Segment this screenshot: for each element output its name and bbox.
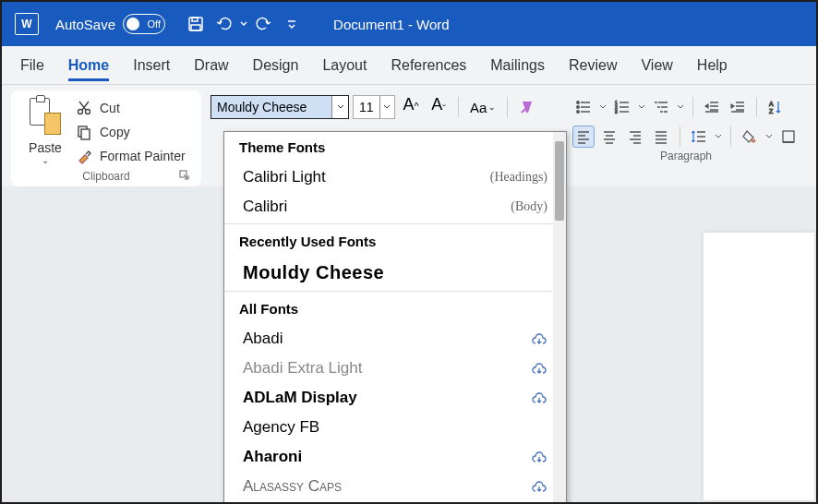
font-option-agency-fb[interactable]: Agency FB [224, 413, 566, 442]
svg-rect-2 [191, 25, 200, 30]
scrollbar-thumb[interactable] [555, 141, 564, 221]
tab-design[interactable]: Design [253, 50, 299, 81]
chevron-down-icon[interactable] [331, 96, 348, 118]
copy-icon [76, 124, 92, 140]
line-spacing-button[interactable] [688, 126, 710, 148]
svg-rect-6 [81, 129, 90, 139]
svg-text:A: A [769, 101, 774, 107]
font-name-combo[interactable]: Mouldy Cheese [211, 95, 349, 119]
chevron-down-icon[interactable] [598, 103, 607, 111]
font-dropdown-panel: Theme Fonts Calibri Light (Headings) Cal… [223, 131, 567, 504]
customize-qat-dropdown[interactable] [278, 10, 306, 38]
change-case-button[interactable]: Aa⌄ [466, 100, 499, 115]
format-painter-button[interactable]: Format Painter [76, 148, 186, 164]
cut-button[interactable]: Cut [76, 100, 186, 116]
autosave-label: AutoSave [55, 17, 115, 32]
ribbon-tabs: File Home Insert Draw Design Layout Refe… [2, 46, 816, 85]
numbering-button[interactable]: 123 [611, 96, 633, 118]
svg-text:3: 3 [615, 109, 618, 114]
tab-mailings[interactable]: Mailings [490, 50, 545, 81]
tab-layout[interactable]: Layout [322, 50, 367, 81]
decrease-font-size-button[interactable]: Aˇ [428, 95, 449, 119]
font-option-mouldy-cheese[interactable]: Mouldy Cheese [224, 257, 566, 289]
font-option-calibri-light[interactable]: Calibri Light (Headings) [224, 162, 566, 192]
save-button[interactable] [182, 10, 210, 38]
document-title: Document1 - Word [333, 17, 450, 32]
undo-button[interactable] [210, 10, 237, 38]
svg-point-4 [86, 110, 90, 114]
clipboard-group: Paste ⌄ Cut Copy Format Painter Clipbo [11, 90, 201, 186]
clipboard-dialog-launcher[interactable] [179, 170, 190, 184]
increase-font-size-button[interactable]: A^ [401, 95, 421, 119]
tab-review[interactable]: Review [569, 50, 617, 81]
chevron-down-icon[interactable] [764, 133, 774, 140]
sort-button[interactable]: AZ [764, 96, 787, 118]
clipboard-group-label: Clipboard [20, 168, 192, 185]
tab-file[interactable]: File [20, 50, 44, 81]
scrollbar-track[interactable] [553, 132, 566, 503]
theme-fonts-header: Theme Fonts [224, 132, 566, 162]
shading-button[interactable] [739, 126, 761, 148]
clear-formatting-button[interactable] [515, 95, 539, 119]
font-option-calibri[interactable]: Calibri (Body) [224, 192, 566, 222]
align-right-button[interactable] [624, 126, 646, 148]
decrease-indent-button[interactable] [701, 96, 723, 118]
title-bar: W AutoSave Off Document1 - Word [2, 2, 816, 46]
tab-help[interactable]: Help [697, 50, 728, 81]
scissors-icon [76, 100, 92, 116]
paragraph-group-label: Paragraph [572, 148, 800, 164]
svg-point-8 [577, 102, 580, 104]
cloud-download-icon [531, 480, 547, 493]
tab-home[interactable]: Home [68, 50, 109, 81]
font-option-abadi-extra-light[interactable]: Abadi Extra Light [224, 354, 566, 383]
chevron-down-icon[interactable] [714, 133, 723, 140]
copy-button[interactable]: Copy [76, 124, 186, 140]
brush-icon [76, 148, 92, 164]
tab-view[interactable]: View [641, 50, 672, 81]
chevron-down-icon[interactable] [676, 103, 685, 111]
cloud-download-icon [531, 391, 547, 404]
svg-point-3 [78, 110, 83, 114]
svg-text:Z: Z [769, 108, 774, 114]
autosave-toggle[interactable]: Off [123, 14, 165, 34]
chevron-down-icon[interactable] [379, 96, 394, 118]
svg-point-9 [577, 106, 580, 109]
tab-references[interactable]: References [391, 50, 466, 81]
paste-button[interactable]: Paste ⌄ [20, 96, 70, 168]
align-left-button[interactable] [572, 126, 595, 148]
cloud-download-icon [531, 362, 547, 375]
increase-indent-button[interactable] [727, 96, 749, 118]
cloud-download-icon [531, 332, 547, 345]
document-page[interactable] [704, 233, 814, 500]
paragraph-group: 123 AZ [565, 90, 807, 186]
svg-point-10 [577, 111, 580, 114]
c

ud-download-icon [531, 450, 547, 463]
justify-button[interactable] [650, 126, 672, 148]
font-size-combo[interactable]: 11 [353, 95, 395, 119]
align-center-button[interactable] [598, 126, 620, 148]
bullets-button[interactable] [572, 96, 595, 118]
font-option-adlam-display[interactable]: ADLaM Display [224, 383, 566, 413]
svg-rect-16 [783, 131, 794, 142]
paste-icon [30, 98, 61, 135]
font-option-abadi[interactable]: Abadi [224, 324, 566, 354]
font-option-alasassy-caps[interactable]: Alasassy Caps [224, 472, 566, 501]
recent-fonts-header: Recently Used Fonts [224, 226, 566, 257]
font-option-aharoni[interactable]: Aharoni [224, 442, 566, 472]
multilevel-list-button[interactable] [650, 96, 672, 118]
borders-button[interactable] [777, 126, 800, 148]
all-fonts-header: All Fonts [224, 294, 566, 324]
tab-draw[interactable]: Draw [194, 50, 228, 81]
chevron-down-icon[interactable] [637, 103, 646, 111]
svg-rect-1 [192, 18, 198, 21]
tab-insert[interactable]: Insert [133, 50, 170, 81]
undo-dropdown[interactable] [237, 10, 250, 38]
redo-button[interactable] [250, 10, 278, 38]
word-app-icon: W [15, 13, 39, 35]
chevron-down-icon[interactable]: ⌄ [42, 155, 49, 165]
